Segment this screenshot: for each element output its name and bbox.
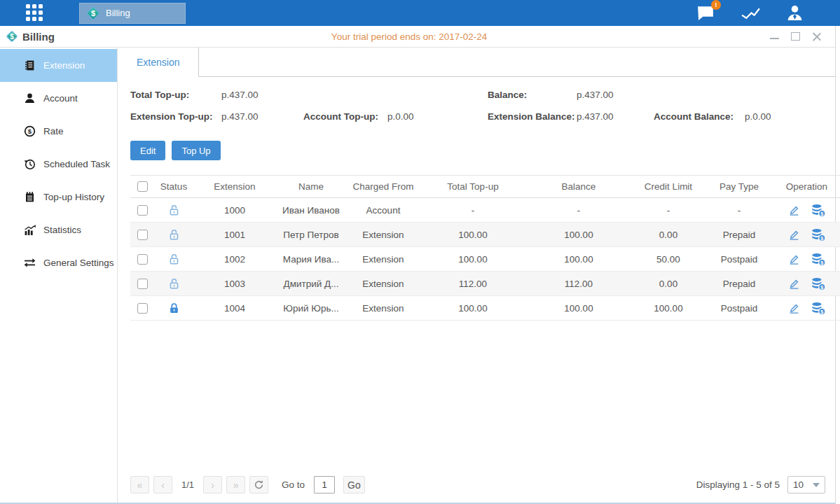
charged-from-cell: Extension [346, 223, 420, 247]
select-all-checkbox[interactable] [137, 181, 148, 192]
window-titlebar: $ Billing Your trial period ends on: 201… [0, 26, 835, 48]
name-cell: Петр Петров [276, 223, 346, 247]
extension-balance-value: p.437.00 [577, 111, 614, 122]
lock-open-icon [168, 253, 180, 265]
name-cell: Мария Ива... [276, 247, 346, 272]
edit-button[interactable]: Edit [130, 141, 165, 160]
status-cell [154, 198, 193, 223]
row-checkbox[interactable] [137, 205, 148, 216]
svg-text:$: $ [820, 308, 823, 314]
credit-limit-cell: 0.00 [632, 272, 705, 296]
topup-coins-icon[interactable]: $ [811, 302, 826, 315]
user-menu-icon[interactable] [786, 5, 804, 21]
edit-pencil-icon[interactable] [788, 278, 800, 290]
balance-cell: 112.00 [525, 272, 632, 296]
refresh-button[interactable] [249, 476, 268, 493]
last-page-button[interactable]: » [226, 476, 245, 493]
name-cell: Дмитрий Д... [276, 272, 346, 296]
lock-open-icon [168, 278, 180, 290]
header-checkbox-cell [130, 176, 154, 198]
taskbar-tab-label: Billing [106, 8, 130, 18]
row-checkbox[interactable] [137, 230, 148, 240]
next-page-button[interactable]: › [203, 476, 222, 493]
extension-cell: 1001 [193, 223, 276, 247]
edit-pencil-icon[interactable] [788, 204, 800, 216]
taskbar-billing-tab[interactable]: $ Billing [79, 3, 186, 24]
sidebar: ExtensionAccount$RateScheduled TaskTop-u… [0, 48, 118, 503]
table-row: 1004Юрий Юрь...Extension100.00100.00100.… [130, 296, 840, 321]
minimize-icon[interactable] [770, 32, 779, 41]
charged-from-cell: Extension [346, 247, 420, 272]
page-indicator: 1/1 [181, 479, 194, 490]
edit-pencil-icon[interactable] [788, 302, 800, 314]
app-grid-icon[interactable] [26, 4, 44, 22]
name-cell: Иван Иванов [276, 198, 346, 223]
svg-text:$: $ [820, 234, 823, 241]
extension-icon [23, 59, 36, 72]
total-topup-cell: 100.00 [420, 296, 525, 321]
go-button[interactable]: Go [343, 476, 365, 493]
row-checkbox-cell [130, 296, 154, 321]
sidebar-item-topup-history[interactable]: Top-up History [0, 181, 117, 214]
pay-type-cell: Postpaid [705, 247, 773, 272]
row-checkbox[interactable] [137, 303, 148, 314]
resource-monitor-icon[interactable] [741, 5, 761, 21]
status-cell [154, 272, 193, 296]
prev-page-button[interactable]: ‹ [153, 476, 172, 493]
extension-topup-field: Extension Top-up: p.437.00 [130, 111, 303, 122]
sidebar-item-label: General Settings [43, 258, 114, 268]
row-checkbox-cell [130, 198, 154, 223]
notifications-icon[interactable]: ! [696, 4, 715, 22]
edit-pencil-icon[interactable] [788, 229, 800, 241]
page-size-value: 10 [793, 479, 804, 490]
close-icon[interactable] [812, 32, 821, 41]
column-header: Name [276, 176, 346, 198]
main-content: Extension Total Top-up: p.437.00 Balance… [118, 48, 835, 503]
row-checkbox[interactable] [137, 279, 148, 289]
column-header: Balance [525, 176, 632, 198]
edit-pencil-icon[interactable] [788, 253, 800, 265]
account-topup-value: p.0.00 [387, 111, 414, 122]
sidebar-item-rate[interactable]: $Rate [0, 115, 117, 148]
column-header: Extension [193, 176, 276, 198]
sidebar-item-extension[interactable]: Extension [0, 49, 117, 82]
column-header: Charged From [346, 176, 420, 198]
top-up-button[interactable]: Top Up [172, 141, 220, 160]
lock-open-icon [168, 204, 180, 216]
topup-coins-icon[interactable]: $ [811, 253, 826, 266]
statistics-icon [23, 224, 36, 237]
credit-limit-cell: 0.00 [632, 223, 705, 247]
refresh-icon [254, 479, 264, 490]
svg-text:$: $ [820, 259, 823, 265]
credit-limit-cell: 100.00 [632, 296, 705, 321]
first-page-button[interactable]: « [130, 476, 149, 493]
tab-extension[interactable]: Extension [118, 48, 199, 77]
sidebar-item-account[interactable]: Account [0, 82, 117, 115]
page-size-select[interactable]: 10 [787, 476, 825, 493]
topup-coins-icon[interactable]: $ [811, 277, 826, 290]
sidebar-item-label: Account [43, 93, 78, 104]
sidebar-item-scheduled-task[interactable]: Scheduled Task [0, 148, 117, 181]
goto-label: Go to [282, 479, 305, 490]
total-topup-value: p.437.00 [221, 90, 259, 100]
column-header: Pay Type [705, 176, 773, 198]
lock-open-icon [168, 229, 180, 241]
row-checkbox[interactable] [137, 254, 148, 265]
sidebar-item-statistics[interactable]: Statistics [0, 214, 117, 246]
sidebar-item-label: Scheduled Task [43, 159, 110, 169]
topup-coins-icon[interactable]: $ [811, 228, 826, 241]
sidebar-item-general-settings[interactable]: General Settings [0, 246, 117, 279]
extension-cell: 1004 [193, 296, 276, 321]
charged-from-cell: Account [346, 198, 420, 223]
topup-coins-icon[interactable]: $ [811, 204, 826, 217]
goto-page-input[interactable] [314, 476, 335, 493]
extension-topup-label: Extension Top-up: [130, 111, 221, 122]
row-checkbox-cell [130, 247, 154, 272]
maximize-icon[interactable] [791, 32, 800, 41]
sidebar-item-label: Rate [43, 126, 64, 136]
sidebar-item-label: Extension [43, 60, 85, 71]
system-topbar: $ Billing ! [0, 0, 840, 26]
chevron-down-icon [813, 483, 820, 487]
account-balance-label: Account Balance: [654, 111, 745, 122]
balance-summary: Total Top-up: p.437.00 Balance: p.437.00… [118, 77, 835, 122]
